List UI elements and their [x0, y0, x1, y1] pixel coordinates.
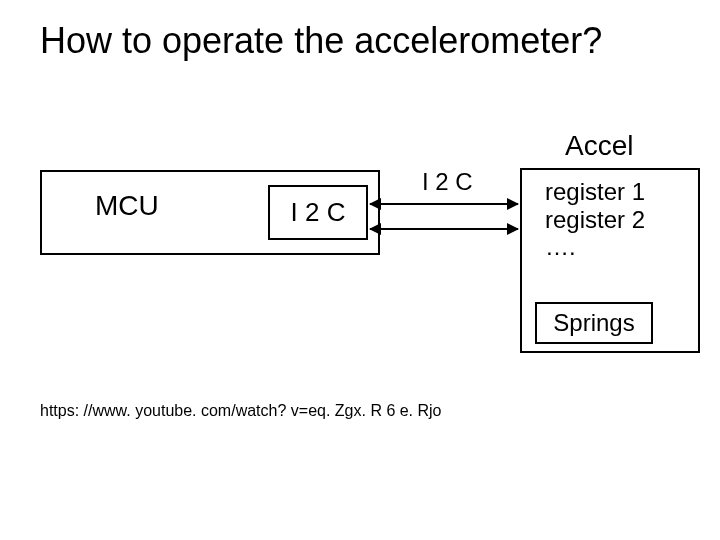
accel-register-more: …. — [545, 233, 645, 261]
accel-outside-label: Accel — [565, 130, 633, 162]
mcu-label: MCU — [95, 190, 159, 222]
accel-register-2: register 2 — [545, 206, 645, 234]
accel-registers: register 1 register 2 …. — [545, 178, 645, 261]
mcu-i2c-block: I 2 C — [268, 185, 368, 240]
slide: How to operate the accelerometer? Accel … — [0, 0, 720, 540]
i2c-bus-label: I 2 C — [422, 168, 473, 196]
youtube-link-text: https: //www. youtube. com/watch? v=eq. … — [40, 402, 442, 420]
i2c-bus-arrow-bottom — [370, 228, 518, 230]
accel-register-1: register 1 — [545, 178, 645, 206]
slide-title: How to operate the accelerometer? — [40, 20, 680, 62]
i2c-bus-arrow-top — [370, 203, 518, 205]
accel-springs-box: Springs — [535, 302, 653, 344]
